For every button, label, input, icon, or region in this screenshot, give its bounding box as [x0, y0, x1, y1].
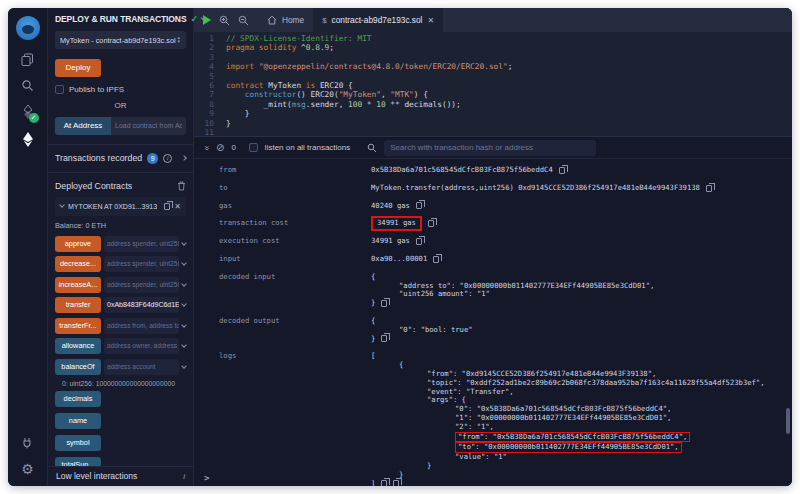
copy-icon[interactable] — [164, 203, 170, 210]
deploy-run-icon[interactable] — [22, 132, 34, 147]
clear-console-icon[interactable]: ⊘ — [216, 142, 224, 153]
copy-icon[interactable] — [416, 202, 422, 209]
copy-icon[interactable] — [428, 220, 434, 227]
copy-icon[interactable] — [433, 256, 439, 263]
json-text: { — [399, 361, 403, 370]
code-line: } — [226, 109, 792, 118]
expand-args-icon[interactable] — [181, 240, 187, 246]
code-line: } — [226, 119, 792, 128]
zoom-in-icon[interactable] — [219, 15, 230, 26]
balanceOf-button[interactable]: balanceOf — [55, 359, 101, 375]
expand-args-icon[interactable] — [181, 301, 187, 307]
function-args-input[interactable]: address account — [104, 359, 179, 375]
function-row: approveaddress spender, uint256 — [55, 236, 186, 252]
remix-logo-icon[interactable] — [16, 16, 40, 40]
publish-ipfs-checkbox[interactable] — [55, 85, 64, 94]
panel-title: DEPLOY & RUN TRANSACTIONS — [55, 14, 186, 24]
terminal-row-label: to — [219, 184, 371, 193]
function-args-input[interactable]: address from, address to, u — [104, 318, 179, 334]
terminal-row-from: from0x5B38Da6a701c568545dCfcB03FcB875f56… — [219, 166, 792, 175]
listen-all-checkbox[interactable] — [249, 143, 258, 152]
compile-success-badge: ✓ — [29, 113, 39, 123]
copy-icon[interactable] — [559, 167, 565, 174]
transferFr-button[interactable]: transferFr... — [55, 318, 101, 334]
approve-button[interactable]: approve — [55, 236, 101, 252]
function-args-input[interactable]: 0xAb8483F64d9C6d1EcF — [104, 297, 179, 313]
editor-code: // SPDX-License-Identifier: MITpragma so… — [220, 32, 792, 136]
copy-icon[interactable] — [381, 480, 387, 486]
code-line: pragma solidity ^0.8.9; — [226, 43, 792, 52]
solidity-compiler-icon[interactable]: ✓ — [22, 105, 34, 119]
contract-instance-header[interactable]: MYTOKEN AT 0XD91...39138 (M ✕ — [55, 197, 186, 216]
decimals-button[interactable]: decimals — [55, 391, 101, 407]
activity-bar: ✓ ⚙ — [8, 8, 48, 486]
publish-ipfs-label: Publish to IPFS — [69, 85, 124, 94]
tab-contract-file[interactable]: $ contract-ab9d7e193c.sol ✕ — [313, 8, 443, 32]
file-explorer-icon[interactable] — [21, 53, 34, 66]
function-row: allowanceaddress owner, address sp — [55, 338, 186, 354]
plugin-manager-icon[interactable] — [21, 436, 34, 449]
function-args-input[interactable]: address owner, address sp — [104, 338, 179, 354]
close-instance-icon[interactable]: ✕ — [174, 202, 181, 211]
function-args-input[interactable]: address spender, uint256 — [104, 236, 179, 252]
copy-icon[interactable] — [416, 238, 422, 245]
settings-gear-icon[interactable]: ⚙ — [21, 462, 34, 476]
transfer-button[interactable]: transfer — [55, 297, 101, 313]
expand-args-icon[interactable] — [181, 281, 187, 287]
json-line: } — [371, 335, 473, 344]
json-line: [ — [371, 352, 765, 361]
line-number: 10 — [194, 119, 214, 128]
json-line: "from": "0x5B38Da6a701c568545dCfcB03FcB8… — [371, 432, 765, 443]
code-line — [226, 53, 792, 62]
terminal-search-input[interactable] — [384, 140, 596, 156]
close-tab-icon[interactable]: ✕ — [427, 16, 434, 25]
json-line: "to": "0x00000000b011402777E34EFf44905BE… — [371, 442, 765, 453]
function-args-input[interactable]: address spender, uint256 — [104, 277, 179, 293]
allowance-button[interactable]: allowance — [55, 338, 101, 354]
line-number: 9 — [194, 109, 214, 118]
json-line: "2": "1", — [371, 423, 765, 432]
json-text: } — [427, 462, 431, 471]
terminal-row-label: gas — [219, 202, 371, 211]
code-editor[interactable]: 1234567891011 // SPDX-License-Identifier… — [194, 32, 792, 136]
terminal-toggle-icon[interactable]: » — [202, 145, 212, 150]
deployed-contracts-title: Deployed Contracts — [55, 181, 177, 191]
line-number: 7 — [194, 90, 214, 99]
terminal-row-label: from — [219, 166, 371, 175]
json-text: { — [371, 273, 375, 282]
search-icon[interactable] — [21, 79, 34, 92]
expand-args-icon[interactable] — [181, 342, 187, 348]
at-address-input[interactable] — [111, 117, 186, 135]
terminal-row-input: input0xa90...00001 — [219, 255, 792, 264]
name-button[interactable]: name — [55, 413, 101, 429]
terminal-row-value: 0xa90...00001 — [371, 255, 439, 264]
copy-icon[interactable] — [381, 335, 387, 342]
expand-args-icon[interactable] — [181, 260, 187, 266]
increaseA-button[interactable]: increaseA... — [55, 277, 101, 293]
transactions-recorded-row[interactable]: Transactions recorded 9 i — [48, 145, 193, 172]
decrease-button[interactable]: decrease... — [55, 256, 101, 272]
expand-transactions-icon[interactable] — [181, 155, 187, 161]
at-address-button[interactable]: At Address — [55, 117, 111, 135]
copy-icon[interactable] — [393, 480, 399, 486]
terminal-prompt[interactable]: > — [204, 473, 209, 483]
tab-home[interactable]: Home — [258, 8, 313, 32]
expand-args-icon[interactable] — [181, 363, 187, 369]
expand-args-icon[interactable] — [181, 322, 187, 328]
symbol-button[interactable]: symbol — [55, 435, 101, 451]
function-row: transfer0xAb8483F64d9C6d1EcF — [55, 297, 186, 313]
terminal-scrollbar[interactable] — [786, 408, 790, 434]
terminal-row-decoded-input: decoded input{"address to": "0x00000000b… — [219, 273, 792, 308]
function-args-input[interactable]: address spender, uint256 — [104, 256, 179, 272]
json-text: } — [371, 335, 375, 344]
value-text: 0xa90...00001 — [371, 255, 427, 264]
zoom-out-icon[interactable] — [238, 15, 249, 26]
contract-select[interactable]: MyToken - contract-ab9d7e193c.sol ▲▼ — [55, 31, 186, 49]
json-text: "2": "1", — [455, 423, 494, 432]
trash-icon[interactable] — [177, 181, 186, 191]
json-text: "value": "1" — [455, 453, 507, 462]
copy-icon[interactable] — [381, 300, 387, 307]
editor-tabbar: Home $ contract-ab9d7e193c.sol ✕ — [194, 8, 792, 32]
copy-icon[interactable] — [706, 185, 712, 192]
deploy-button[interactable]: Deploy — [55, 59, 101, 77]
